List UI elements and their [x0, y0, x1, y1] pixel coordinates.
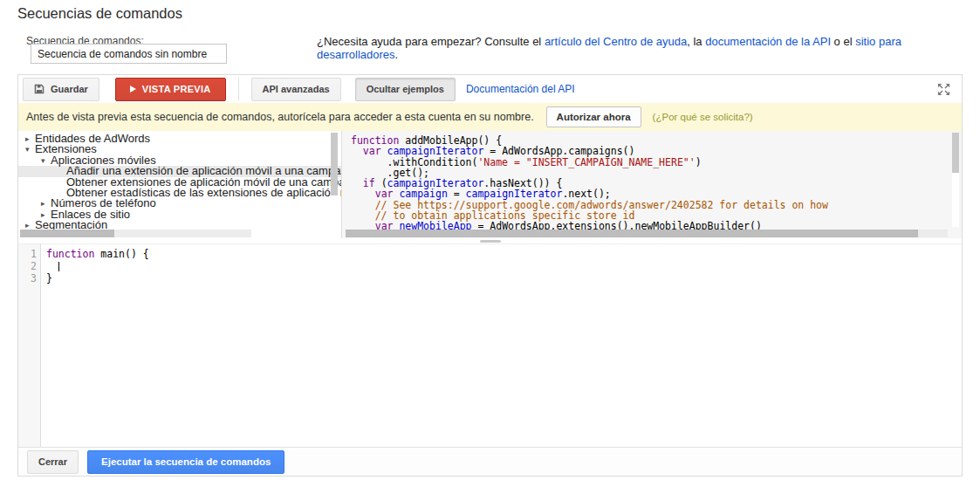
- examples-tree: ▸Entidades de AdWords▾Extensiones▾Aplica…: [18, 134, 341, 231]
- text-cursor: [58, 262, 59, 271]
- splitter-grip-icon[interactable]: [480, 240, 501, 243]
- sample-code: function addMobileApp() { var campaignIt…: [351, 135, 962, 232]
- authorization-message: Antes de vista previa esta secuencia de …: [26, 111, 534, 123]
- sample-vertical-scrollbar[interactable]: [952, 133, 959, 227]
- save-button[interactable]: Guardar: [23, 78, 99, 101]
- help-sep2: o el: [831, 35, 855, 48]
- examples-tree-panel: ▸Entidades de AdWords▾Extensiones▾Aplica…: [18, 131, 341, 238]
- tree-horizontal-scrollbar[interactable]: [20, 230, 251, 237]
- code-token: main() {: [94, 248, 148, 260]
- hide-examples-button[interactable]: Ocultar ejemplos: [355, 78, 456, 101]
- line-number: 3: [18, 272, 37, 285]
- chevron-down-icon[interactable]: ▾: [41, 155, 51, 166]
- page-title: Secuencias de comandos: [17, 5, 182, 22]
- help-sep1: , la: [687, 35, 705, 48]
- editor-code[interactable]: function main() { }: [41, 244, 149, 447]
- sample-horizontal-scrollbar-thumb[interactable]: [346, 230, 918, 237]
- code-token: [46, 260, 58, 272]
- save-button-label: Guardar: [51, 84, 88, 94]
- editor-code-line: }: [46, 272, 149, 285]
- tree-vertical-scrollbar[interactable]: [331, 133, 338, 230]
- code-token: function: [46, 248, 94, 260]
- sample-horizontal-scrollbar[interactable]: [346, 230, 948, 237]
- chevron-down-icon[interactable]: ▾: [25, 144, 35, 154]
- why-requested-link[interactable]: (¿Por qué se solicita?): [653, 112, 753, 122]
- play-icon: [130, 86, 136, 93]
- hide-examples-label: Ocultar ejemplos: [367, 84, 444, 94]
- sample-code-line: .withCondition('Name = "INSERT_CAMPAIGN_…: [351, 157, 962, 168]
- help-suffix: .: [395, 48, 399, 61]
- save-icon: [34, 84, 45, 94]
- preview-button-label: VISTA PREVIA: [142, 84, 211, 94]
- run-script-button[interactable]: Ejecutar la secuencia de comandos: [87, 450, 284, 474]
- examples-panels: ▸Entidades de AdWords▾Extensiones▾Aplica…: [18, 131, 962, 238]
- authorization-warning-bar: Antes de vista previa esta secuencia de …: [18, 103, 962, 131]
- toolbar: Guardar VISTA PREVIA API avanzadas Ocult…: [18, 75, 962, 103]
- line-number: 1: [18, 248, 37, 260]
- scripts-page: Secuencias de comandos Secuencia de coma…: [0, 0, 980, 480]
- script-editor-widget: Guardar VISTA PREVIA API avanzadas Ocult…: [17, 74, 963, 477]
- chevron-right-icon[interactable]: ▸: [25, 134, 35, 144]
- api-docs-link[interactable]: Documentación del API: [466, 83, 575, 95]
- sample-code-panel: function addMobileApp() { var campaignIt…: [341, 131, 962, 238]
- api-documentation-link[interactable]: documentación de la API: [705, 35, 831, 48]
- advanced-apis-button[interactable]: API avanzadas: [251, 78, 341, 101]
- fullscreen-icon: [937, 83, 950, 96]
- editor-line-gutter: 123: [18, 244, 41, 447]
- close-button[interactable]: Cerrar: [27, 450, 79, 474]
- editor-code-line: function main() {: [46, 248, 149, 260]
- chevron-right-icon[interactable]: ▸: [41, 198, 51, 209]
- code-token: ): [696, 156, 702, 168]
- help-center-article-link[interactable]: artículo del Centro de ayuda: [545, 35, 687, 48]
- toolbar-divider: [238, 78, 239, 100]
- help-text: ¿Necesita ayuda para empezar? Consulte e…: [317, 35, 980, 61]
- script-name-input[interactable]: [31, 44, 227, 64]
- help-prefix: ¿Necesita ayuda para empezar? Consulte e…: [317, 35, 545, 48]
- panel-splitter[interactable]: [18, 238, 962, 243]
- editor-code-line: [46, 260, 149, 272]
- code-token: 'Name = "INSERT_CAMPAIGN_NAME_HERE"': [477, 156, 695, 168]
- line-number: 2: [18, 260, 37, 272]
- sample-vertical-scrollbar-thumb[interactable]: [952, 133, 959, 173]
- tree-horizontal-scrollbar-thumb[interactable]: [20, 230, 114, 237]
- preview-button[interactable]: VISTA PREVIA: [115, 78, 226, 101]
- tree-vertical-scrollbar-thumb[interactable]: [331, 133, 338, 195]
- code-token: }: [46, 272, 52, 285]
- code-editor[interactable]: 123 function main() { }: [18, 243, 962, 447]
- footer-bar: Cerrar Ejecutar la secuencia de comandos: [18, 447, 962, 476]
- fullscreen-button[interactable]: [934, 79, 953, 99]
- advanced-apis-label: API avanzadas: [263, 84, 330, 94]
- authorize-now-button[interactable]: Autorizar ahora: [546, 106, 641, 127]
